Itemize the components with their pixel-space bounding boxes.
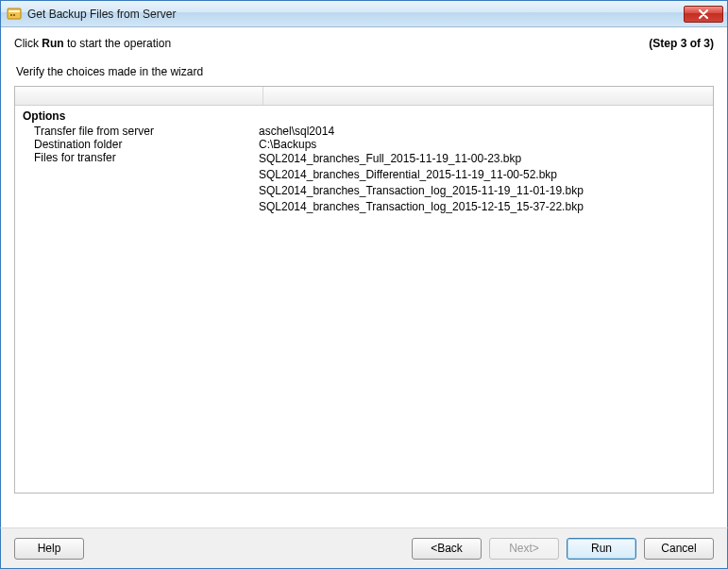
titlebar: Get Backup Files from Server (1, 1, 727, 27)
transfer-label: Transfer file from server (23, 125, 259, 138)
window-title: Get Backup Files from Server (27, 8, 684, 21)
files-list: SQL2014_branches_Full_2015-11-19_11-00-2… (259, 151, 705, 215)
step-indicator: (Step 3 of 3) (649, 37, 714, 50)
instruction-text: Click Run to start the operation (14, 37, 649, 50)
cancel-button[interactable]: Cancel (644, 538, 714, 560)
options-body: Options Transfer file from server aschel… (15, 106, 713, 223)
option-row-transfer: Transfer file from server aschel\sql2014 (23, 125, 705, 138)
destination-value: C:\Backups (259, 138, 705, 151)
svg-point-2 (10, 14, 12, 16)
app-icon (7, 7, 22, 22)
next-button: Next> (489, 538, 559, 560)
destination-label: Destination folder (23, 138, 259, 151)
files-label: Files for transfer (23, 151, 259, 215)
close-button[interactable] (684, 6, 723, 23)
summary-panel: Options Transfer file from server aschel… (14, 86, 714, 494)
content-area: Verify the choices made in the wizard Op… (14, 65, 714, 494)
instruction-suffix: to start the operation (64, 37, 171, 50)
instruction-prefix: Click (14, 37, 42, 50)
back-button[interactable]: <Back (412, 538, 482, 560)
option-row-files: Files for transfer SQL2014_branches_Full… (23, 151, 705, 215)
option-row-destination: Destination folder C:\Backups (23, 138, 705, 151)
summary-panel-header (15, 87, 713, 106)
file-item: SQL2014_branches_Differential_2015-11-19… (259, 167, 705, 183)
file-item: SQL2014_branches_Full_2015-11-19_11-00-2… (259, 151, 705, 167)
transfer-value: aschel\sql2014 (259, 125, 705, 138)
file-item: SQL2014_branches_Transaction_log_2015-12… (259, 199, 705, 215)
svg-rect-1 (8, 10, 20, 12)
run-button[interactable]: Run (567, 538, 636, 560)
footer: Help <Back Next> Run Cancel (0, 527, 728, 569)
column-separator (262, 87, 263, 105)
wizard-header: Click Run to start the operation (Step 3… (1, 27, 727, 58)
options-section-title: Options (23, 109, 705, 123)
file-item: SQL2014_branches_Transaction_log_2015-11… (259, 183, 705, 199)
instruction-bold: Run (42, 37, 63, 50)
svg-point-3 (13, 14, 15, 16)
close-icon (699, 9, 708, 19)
help-button[interactable]: Help (14, 538, 84, 560)
verify-label: Verify the choices made in the wizard (16, 65, 714, 78)
svg-rect-0 (8, 8, 21, 19)
